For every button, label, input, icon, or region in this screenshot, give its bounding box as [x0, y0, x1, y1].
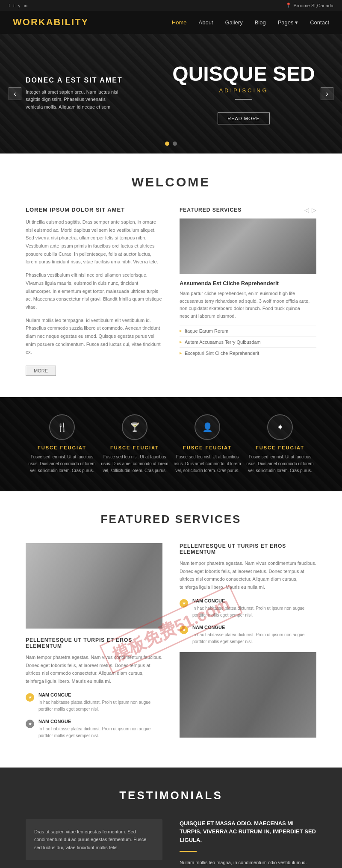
feat-right-point-text-2: In hac habitasse platea dictumst. Proin …: [192, 632, 316, 645]
featured-list: Itaque Earum Rerum Autem Accusamus Terry…: [180, 325, 316, 358]
nav-blog[interactable]: Blog: [255, 19, 266, 26]
nav-home[interactable]: Home: [172, 19, 187, 26]
featured-arrows: ◁ ▷: [304, 207, 316, 213]
service-icon-1: 🍴: [49, 414, 75, 440]
hero-content: DONEC A EST SIT AMET Integer sit amet sa…: [0, 63, 342, 124]
service-title-1: FUSCE FEUGIAT: [26, 445, 98, 450]
welcome-columns: LOREM IPSUM DOLOR SIT AMET Ut tincilla e…: [26, 207, 316, 376]
service-item-1: 🍴 FUSCE FEUGIAT Fusce sed leo nisl. Ut a…: [26, 414, 98, 474]
featured-item-text: Nam partur cliche reprehenderit, enim eu…: [180, 290, 316, 320]
top-bar: f t y in 📍 Broome St,Canada: [0, 0, 342, 11]
services-dark-section: 🍴 FUSCE FEUGIAT Fusce sed leo nisl. Ut a…: [0, 397, 342, 491]
list-item: Autem Accusamus Terry Quibusdam: [180, 336, 316, 347]
linkedin-icon[interactable]: in: [24, 3, 28, 8]
feat-right-point-1: ★ NAM CONGUE In hac habitasse platea dic…: [180, 598, 316, 619]
feat-point-content-2: NAM CONGUE In hac habitasse platea dictu…: [38, 719, 162, 739]
featured-services-columns: PELLENTESQUE UT TURPIS ET EROS ELEMENTUM…: [26, 543, 316, 746]
testimonials-title: TESTIMONIALS: [26, 789, 316, 802]
hero-sub: ADIPISCING: [171, 87, 316, 94]
service-icon-2: 🍸: [122, 414, 147, 440]
nav-gallery[interactable]: Gallery: [225, 19, 242, 26]
service-icon-4: ✦: [267, 414, 293, 440]
hero-dot-2[interactable]: [173, 142, 177, 146]
logo: WORKABILITY: [13, 17, 88, 28]
feat-point-icon-yellow-2: ★: [180, 599, 188, 608]
feat-right-content-1: NAM CONGUE In hac habitasse platea dictu…: [192, 598, 316, 619]
featured-image: [180, 218, 316, 274]
location: 📍 Broome St,Canada: [286, 3, 333, 8]
welcome-title: WELCOME: [26, 175, 316, 189]
featured-services-section: 模板免费51.com FEATURED SERVICES PELLENTESQU…: [0, 491, 342, 768]
featured-item-title: Assumenda Est Cliche Reprehenderit: [180, 280, 316, 286]
featured-big-image-left: [26, 543, 162, 629]
feat-point-icon-yellow-3: ★: [180, 626, 188, 634]
welcome-para3: Nullam mollis leo tempagna, id vestibulu…: [26, 316, 162, 356]
featured-next-icon[interactable]: ▷: [312, 207, 316, 213]
service-title-2: FUSCE FEUGIAT: [98, 445, 171, 450]
social-icons: f t y in: [9, 3, 27, 8]
featured-col-left: PELLENTESQUE UT TURPIS ET EROS ELEMENTUM…: [26, 543, 162, 746]
feat-point-icon-gray-1: ★: [26, 720, 34, 728]
hero-left-text: DONEC A EST SIT AMET Integer sit amet sa…: [26, 77, 171, 111]
feat-point-title-1: NAM CONGUE: [38, 692, 162, 697]
feat-left-point-1: ★ NAM CONGUE In hac habitasse platea dic…: [26, 692, 162, 713]
logo-ability: ABILITY: [46, 17, 89, 27]
feat-right-point-text-1: In hac habitasse platea dictumst. Proin …: [192, 605, 316, 619]
feat-left-title: PELLENTESQUE UT TURPIS ET EROS ELEMENTUM: [26, 637, 162, 649]
welcome-heading: LOREM IPSUM DOLOR SIT AMET: [26, 207, 162, 213]
hero-cta-button[interactable]: READ MORE: [218, 112, 270, 124]
service-text-3: Fusce sed leo nisl. Ut at faucibus risus…: [171, 454, 244, 474]
hero-title: QUISQUE SED: [171, 63, 316, 86]
feat-right-point-title-1: NAM CONGUE: [192, 598, 316, 603]
hero-description: Integer sit amet sapien arcu. Nam luctus…: [26, 89, 120, 111]
nav-links: Home About Gallery Blog Pages ▾ Contact: [172, 18, 329, 26]
hero-dot-1[interactable]: [165, 142, 169, 146]
service-icon-3: 👤: [195, 414, 220, 440]
welcome-right: FEATURED SERVICES ◁ ▷ Assumenda Est Clic…: [180, 207, 316, 376]
hero-dots: [165, 142, 177, 146]
nav-contact[interactable]: Contact: [310, 19, 329, 26]
big-quote: QUISQUE ET MASSA ODIO. MAECENAS MI TURPI…: [180, 819, 316, 844]
youtube-icon[interactable]: y: [18, 3, 21, 8]
feat-point-text-2: In hac habitasse platea dictumst. Proin …: [38, 726, 162, 739]
nav-pages[interactable]: Pages ▾: [278, 19, 298, 26]
more-button[interactable]: MORE: [26, 366, 56, 376]
service-text-2: Fusce sed leo nisl. Ut at faucibus risus…: [98, 454, 171, 474]
welcome-left: LOREM IPSUM DOLOR SIT AMET Ut tincilla e…: [26, 207, 162, 376]
pin-icon: 📍: [286, 3, 292, 8]
nav-about[interactable]: About: [199, 19, 213, 26]
featured-col-right: PELLENTESQUE UT TURPIS ET EROS ELEMENTUM…: [180, 543, 316, 746]
testimonials-left: Dras ut sapien vitae leo egestas ferment…: [26, 819, 162, 868]
service-title-3: FUSCE FEUGIAT: [171, 445, 244, 450]
testimonial-quote-1: Dras ut sapien vitae leo egestas ferment…: [34, 828, 154, 852]
hero-subtitle: DONEC A EST SIT AMET: [26, 77, 171, 84]
feat-right-title: PELLENTESQUE UT TURPIS ET EROS ELEMENTUM: [180, 543, 316, 555]
testimonial-card-1: Dras ut sapien vitae leo egestas ferment…: [26, 819, 162, 860]
featured-big-image-right: [180, 652, 316, 738]
testimonials-section: TESTIMONIALS Dras ut sapien vitae leo eg…: [0, 768, 342, 868]
feat-point-content-1: NAM CONGUE In hac habitasse platea dictu…: [38, 692, 162, 713]
service-text-1: Fusce sed leo nisl. Ut at faucibus risus…: [26, 454, 98, 474]
facebook-icon[interactable]: f: [9, 3, 10, 8]
service-title-4: FUSCE FEUGIAT: [244, 445, 316, 450]
service-text-4: Fusce sed leo nisl. Ut at faucibus risus…: [244, 454, 316, 474]
featured-services-title: FEATURED SERVICES: [26, 513, 316, 526]
testimonial-text: Nullam mollis leo magna, in condimentum …: [180, 859, 316, 868]
feat-right-point-2: ★ NAM CONGUE In hac habitasse platea dic…: [180, 625, 316, 645]
feat-left-point-2: ★ NAM CONGUE In hac habitasse platea dic…: [26, 719, 162, 739]
featured-prev-icon[interactable]: ◁: [304, 207, 309, 213]
feat-right-text: Nam tempor pharetra egestas. Nam vivus c…: [180, 559, 316, 591]
feat-left-text: Nam tempor pharetra egestas. Nam vivus c…: [26, 653, 162, 685]
feat-point-title-2: NAM CONGUE: [38, 719, 162, 724]
list-item: Excepturi Sint Cliche Reprehenderit: [180, 347, 316, 358]
service-item-3: 👤 FUSCE FEUGIAT Fusce sed leo nisl. Ut a…: [171, 414, 244, 474]
hero-center: QUISQUE SED ADIPISCING READ MORE: [171, 63, 316, 124]
navbar: WORKABILITY Home About Gallery Blog Page…: [0, 11, 342, 34]
feat-point-text-1: In hac habitasse platea dictumst. Proin …: [38, 699, 162, 713]
featured-heading: FEATURED SERVICES: [180, 207, 242, 213]
twitter-icon[interactable]: t: [13, 3, 15, 8]
welcome-para2: Phasellus vestibulum elit nisl nec orci …: [26, 271, 162, 311]
testimonials-right: QUISQUE ET MASSA ODIO. MAECENAS MI TURPI…: [180, 819, 316, 868]
featured-header: FEATURED SERVICES ◁ ▷: [180, 207, 316, 213]
logo-work: WORK: [13, 17, 46, 27]
